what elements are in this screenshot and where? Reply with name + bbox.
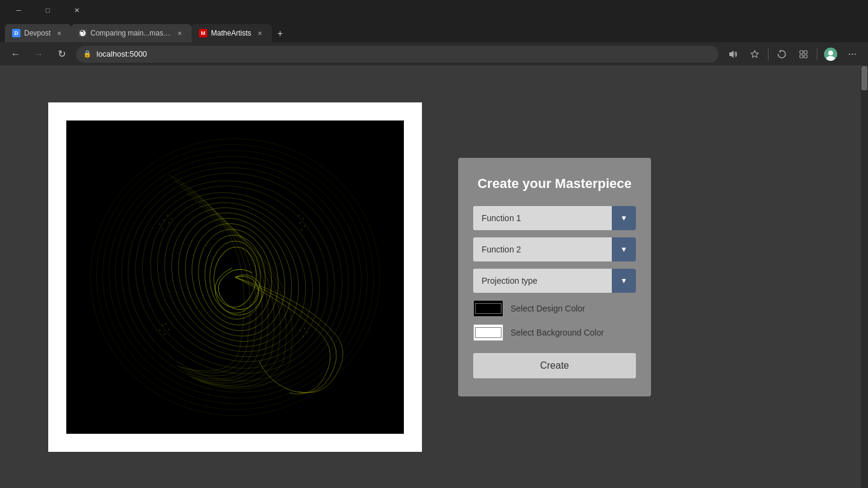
art-visualization	[66, 120, 404, 434]
tab-close-devpost[interactable]: ✕	[54, 28, 64, 38]
svg-rect-3	[800, 55, 803, 58]
toolbar-divider-2	[817, 48, 817, 60]
more-options-icon[interactable]: ⋯	[844, 46, 861, 63]
tab-title-github: Comparing main...master · isha...	[90, 29, 171, 37]
svg-rect-4	[804, 55, 807, 58]
svg-point-44	[307, 332, 308, 333]
svg-point-45	[303, 336, 304, 337]
projection-dropdown-arrow[interactable]: ▼	[612, 269, 636, 293]
tab-matheartists[interactable]: M MatheArtists ✕	[192, 24, 272, 42]
page-content: Create your Masterpiece Function 1 Funct…	[0, 66, 868, 488]
tab-close-github[interactable]: ✕	[175, 28, 184, 38]
title-bar: ─ □ ✕	[0, 0, 868, 20]
tabs-bar: D Devpost ✕ Comparing main...master · is…	[0, 20, 868, 42]
browser-chrome: ─ □ ✕ D Devpost ✕ Comparing main...maste…	[0, 0, 868, 66]
new-tab-button[interactable]: +	[272, 25, 289, 42]
favorites-icon[interactable]	[746, 46, 763, 63]
svg-point-46	[300, 330, 301, 331]
svg-point-36	[304, 225, 305, 227]
back-button[interactable]: ←	[7, 46, 24, 63]
panel-title: Create your Masterpiece	[473, 176, 636, 192]
svg-rect-1	[800, 51, 803, 54]
toolbar-right: ⋯	[725, 46, 861, 63]
tab-close-matheartists[interactable]: ✕	[255, 28, 265, 38]
svg-rect-2	[804, 51, 807, 54]
svg-point-42	[165, 324, 166, 325]
svg-point-43	[304, 328, 305, 329]
refresh-icon[interactable]	[773, 46, 790, 63]
scrollbar-track	[861, 66, 868, 488]
profile-icon[interactable]	[822, 46, 839, 63]
function1-wrapper: Function 1 Function 2 Function 3 ▼	[473, 206, 636, 230]
tab-favicon-github	[78, 29, 87, 37]
canvas-container	[48, 102, 422, 452]
tab-devpost[interactable]: D Devpost ✕	[5, 24, 71, 42]
tab-favicon-devpost: D	[12, 29, 20, 37]
svg-point-38	[162, 325, 163, 326]
svg-point-37	[301, 230, 302, 231]
background-color-label: Select Background Color	[511, 328, 604, 337]
collections-icon[interactable]	[795, 46, 812, 63]
svg-point-39	[159, 330, 160, 331]
tab-title-matheartists: MatheArtists	[211, 29, 251, 37]
svg-point-28	[171, 218, 172, 219]
url-bar[interactable]: 🔒 localhost:5000	[76, 46, 719, 63]
background-color-swatch[interactable]	[473, 324, 503, 341]
tab-github[interactable]: Comparing main...master · isha... ✕	[71, 24, 192, 42]
canvas-art	[66, 120, 404, 434]
function1-select[interactable]: Function 1 Function 2 Function 3	[473, 207, 612, 229]
svg-point-33	[300, 222, 301, 224]
address-bar: ← → ↻ 🔒 localhost:5000	[0, 42, 868, 66]
svg-point-27	[168, 222, 169, 224]
function2-wrapper: Function 2 Function 1 Function 3 ▼	[473, 237, 636, 261]
svg-point-30	[163, 219, 165, 221]
tab-title-devpost: Devpost	[24, 29, 51, 37]
read-aloud-icon[interactable]	[725, 46, 741, 63]
svg-point-20	[158, 194, 312, 360]
svg-point-40	[164, 334, 165, 335]
svg-point-32	[162, 228, 163, 230]
function1-dropdown-arrow[interactable]: ▼	[612, 206, 636, 230]
svg-point-31	[159, 224, 160, 225]
projection-wrapper: Projection type Orthographic Perspective…	[473, 269, 636, 293]
close-button[interactable]: ✕	[63, 0, 90, 20]
toolbar-divider-1	[768, 48, 769, 60]
refresh-button[interactable]: ↻	[53, 46, 70, 63]
background-color-row: Select Background Color	[473, 324, 636, 341]
maximize-button[interactable]: □	[34, 0, 61, 20]
lock-icon: 🔒	[83, 50, 92, 58]
svg-point-29	[167, 215, 168, 216]
tab-favicon-matheartists: M	[199, 29, 207, 37]
design-color-label: Select Design Color	[511, 304, 585, 313]
function2-select[interactable]: Function 2 Function 1 Function 3	[473, 239, 612, 260]
control-panel: Create your Masterpiece Function 1 Funct…	[458, 158, 651, 396]
svg-point-5	[828, 51, 833, 55]
svg-point-6	[826, 56, 835, 61]
create-button[interactable]: Create	[473, 353, 636, 378]
url-text: localhost:5000	[96, 49, 147, 58]
function2-dropdown-arrow[interactable]: ▼	[612, 237, 636, 261]
forward-button[interactable]: →	[30, 46, 47, 63]
svg-point-34	[303, 218, 304, 219]
projection-select[interactable]: Projection type Orthographic Perspective	[473, 270, 612, 292]
design-color-row: Select Design Color	[473, 300, 636, 317]
svg-point-41	[168, 329, 169, 330]
minimize-button[interactable]: ─	[5, 0, 33, 20]
svg-point-35	[298, 215, 300, 216]
scrollbar-thumb[interactable]	[861, 66, 867, 90]
design-color-swatch[interactable]	[473, 300, 503, 317]
